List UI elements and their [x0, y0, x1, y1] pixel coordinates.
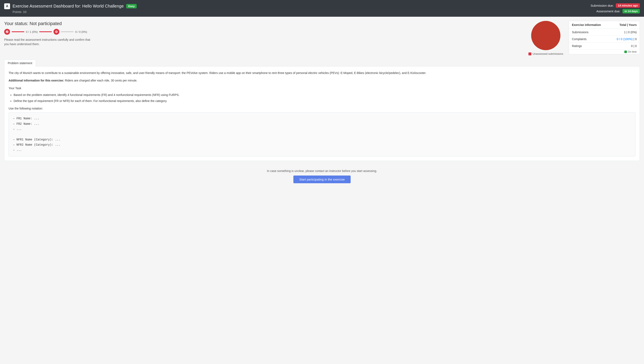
status-section: Your status: Not participated 0 / 1 (0%)… [4, 21, 640, 55]
submission-due-row: Submission due: 14 minutes ago [590, 3, 640, 8]
tab-problem-statement[interactable]: Problem statement [4, 60, 36, 66]
problem-additional: Additional information for this exercise… [8, 78, 636, 83]
submissions-label: Submissions [572, 30, 588, 34]
footer-note: In case something is unclear, please con… [4, 169, 640, 172]
status-visualization: Unassessed submissions [523, 21, 569, 55]
progress-label-1: 0 / 1 (0%) [26, 30, 38, 34]
assessment-due-label: Assessment due: [596, 10, 620, 13]
notation-line-6: – ... [13, 148, 631, 153]
notation-label: Use the following notation: [8, 106, 636, 111]
problem-text: The city of Munich wants to contribute t… [8, 71, 636, 75]
notation-box: – FR1 Name: ... – FR2 Name: ... – ... – … [8, 112, 636, 156]
step-icon-2 [54, 29, 59, 35]
header-right: Submission due: 14 minutes ago Assessmen… [590, 3, 640, 13]
complaints-sep: | [633, 38, 635, 41]
header: A Exercise Assessment Dashboard for: Hel… [0, 0, 644, 17]
unassessed-circle [531, 21, 560, 50]
notation-line-2: – FR2 Name: ... [13, 122, 631, 127]
submissions-row: Submissions 1 | 0 (0%) [569, 29, 640, 36]
submission-due-label: Submission due: [590, 4, 614, 7]
submissions-value: 1 | 0 (0%) [624, 30, 637, 34]
points-display: Points: 10 [12, 10, 137, 14]
step-icon-1 [4, 29, 10, 35]
complaints-row: Complaints 0 / 0 (100%) | 0 [569, 36, 640, 43]
notation-line-5: – NFR2 Name (Category): ... [13, 142, 631, 148]
task-item-1: Based on the problem statement, identify… [14, 92, 636, 97]
difficulty-badge: Easy [126, 4, 137, 8]
complaints-value: 0 / 0 (100%) | 0 [617, 38, 637, 41]
problem-content: The city of Munich wants to contribute t… [4, 66, 640, 161]
additional-label: Additional information for this exercise… [8, 79, 64, 82]
complaints-label: Complaints [572, 38, 586, 41]
task-item-2: Define the type of requirement (FR or NF… [14, 99, 636, 103]
start-participating-button[interactable]: Start participating in the exercise [293, 176, 351, 183]
footer-section: In case something is unclear, please con… [0, 165, 644, 188]
tab-container: Problem statement The city of Munich wan… [4, 60, 640, 161]
progress-area: 0 / 1 (0%) 0 / 0 (0%) [4, 29, 523, 35]
submission-due-value: 14 minutes ago [616, 3, 640, 8]
header-left: A Exercise Assessment Dashboard for: Hel… [4, 3, 137, 14]
additional-text: Riders are charged after each ride, 30 c… [64, 79, 137, 82]
progress-line-1 [12, 31, 24, 32]
exercise-info-title: Exercise information [572, 23, 601, 26]
complaints-after: 0 [635, 38, 637, 41]
assessment-due-value: in 14 days [622, 9, 640, 13]
status-instruction: Please read the assessment instructions … [4, 38, 92, 46]
exercise-info-table: Exercise information Total | Yours Submi… [569, 21, 640, 54]
svg-point-0 [6, 30, 8, 33]
ratings-label: Ratings [572, 44, 582, 48]
ratings-value: 0 | 0 [631, 44, 637, 48]
on-time-label: On time [628, 50, 637, 53]
app-logo: A [4, 3, 10, 9]
on-time-row: On time [569, 50, 640, 54]
legend-dot-unassessed [528, 52, 531, 55]
legend-unassessed-label: Unassessed submissions [533, 52, 563, 55]
main-content: Your status: Not participated 0 / 1 (0%)… [0, 17, 644, 165]
assessment-due-row: Assessment due: in 14 days [596, 9, 640, 13]
exercise-info-header: Exercise information Total | Yours [569, 21, 640, 29]
progress-label-2: 0 / 0 (0%) [75, 30, 87, 34]
on-time-dot [624, 50, 627, 53]
points-label: Points: [12, 10, 22, 14]
notation-line-3: – ... [13, 127, 631, 132]
notation-line-4: – NFR1 Name (Category): ... [13, 137, 631, 142]
header-title-row: A Exercise Assessment Dashboard for: Hel… [4, 3, 137, 9]
status-title: Your status: Not participated [4, 21, 523, 26]
notation-line-blank [13, 132, 631, 137]
status-left: Your status: Not participated 0 / 1 (0%)… [4, 21, 523, 46]
your-task-label: Your Task [8, 86, 636, 90]
progress-line-3 [61, 31, 74, 32]
progress-line-2 [39, 31, 52, 32]
ratings-row: Ratings 0 | 0 [569, 43, 640, 50]
notation-line-1: – FR1 Name: ... [13, 116, 631, 121]
points-value: 10 [23, 10, 26, 14]
page-title: Exercise Assessment Dashboard for: Hello… [12, 4, 124, 8]
total-yours-label: Total | Yours [620, 23, 637, 26]
tabs: Problem statement [4, 60, 640, 66]
legend-unassessed: Unassessed submissions [528, 52, 563, 55]
task-list: Based on the problem statement, identify… [14, 92, 636, 103]
complaints-link[interactable]: 0 / 0 (100%) [617, 38, 633, 41]
